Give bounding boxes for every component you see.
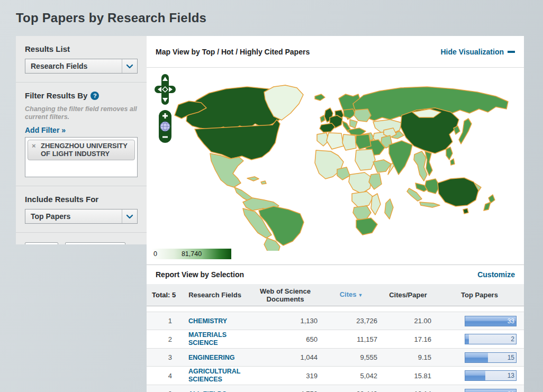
row-rank: 2 bbox=[147, 335, 180, 343]
country-libya[interactable] bbox=[342, 134, 356, 150]
main-panel: Map View by Top / Hot / Highly Cited Pap… bbox=[147, 36, 524, 392]
country-central-europe[interactable] bbox=[343, 109, 355, 118]
country-new-zealand-north[interactable] bbox=[488, 195, 495, 203]
top-papers-bar-value: 2 bbox=[511, 335, 514, 343]
filter-heading: Filter Results By bbox=[25, 91, 87, 100]
include-results-section: Include Results For Top Papers bbox=[16, 186, 147, 233]
wos-documents-value: 650 bbox=[249, 335, 321, 343]
report-rows: 1 CHEMISTRY 1,130 23,726 21.00 33 2 MATE… bbox=[147, 312, 524, 392]
hide-visualization-link[interactable]: Hide Visualization bbox=[440, 48, 515, 56]
top-papers-bar: 81 bbox=[465, 389, 517, 392]
row-rank: 4 bbox=[147, 372, 180, 380]
map-zoom-control[interactable] bbox=[159, 110, 171, 143]
include-results-heading: Include Results For bbox=[25, 195, 138, 204]
table-row: 3 ENGINEERING 1,044 9,555 9.15 15 bbox=[147, 348, 524, 366]
row-rank: 0 bbox=[147, 390, 180, 392]
column-cites-per-paper: Cites/Paper bbox=[381, 289, 435, 301]
country-ireland[interactable] bbox=[320, 115, 325, 122]
country-balkans[interactable] bbox=[350, 120, 357, 128]
country-madagascar[interactable] bbox=[385, 199, 393, 219]
country-kenya-tanzania[interactable] bbox=[369, 174, 382, 189]
country-java[interactable] bbox=[420, 202, 440, 207]
actions-section: Clear Save Criteria bbox=[16, 233, 147, 244]
cites-value: 23,726 bbox=[321, 317, 381, 325]
cites-per-paper-value: 17.16 bbox=[381, 335, 435, 343]
include-results-selected: Top Papers bbox=[25, 209, 122, 223]
chevron-down-icon bbox=[122, 209, 137, 223]
country-cuba[interactable] bbox=[247, 177, 259, 181]
column-top-papers: Top Papers bbox=[435, 289, 524, 301]
country-algeria[interactable] bbox=[327, 133, 343, 149]
remove-filter-icon[interactable]: × bbox=[32, 142, 36, 150]
map-header: Map View by Top / Hot / Highly Cited Pap… bbox=[147, 36, 524, 68]
country-sumatra[interactable] bbox=[407, 188, 422, 201]
results-list-section: Results List Research Fields bbox=[16, 36, 147, 83]
results-list-dropdown[interactable]: Research Fields bbox=[25, 59, 138, 74]
cites-per-paper-value: 13.14 bbox=[381, 390, 435, 392]
save-criteria-button[interactable]: Save Criteria bbox=[65, 242, 125, 244]
country-spain[interactable] bbox=[320, 123, 335, 132]
world-choropleth-map bbox=[147, 71, 524, 251]
country-australia[interactable] bbox=[438, 178, 478, 206]
top-papers-bar-value: 81 bbox=[508, 390, 514, 392]
filter-note: Changing the filter field removes all cu… bbox=[25, 105, 138, 121]
country-hispaniola[interactable] bbox=[261, 181, 266, 184]
country-tasmania[interactable] bbox=[463, 208, 468, 214]
cites-value: 5,042 bbox=[321, 372, 381, 380]
active-filters-box: × ZHENGZHOU UNIVERSITY OF LIGHT INDUSTRY bbox=[25, 137, 138, 177]
cites-per-paper-value: 21.00 bbox=[381, 317, 435, 325]
country-nigeria[interactable] bbox=[337, 167, 350, 180]
research-field-link[interactable]: AGRICULTURAL SCIENCES bbox=[188, 368, 249, 384]
country-south-korea[interactable] bbox=[454, 126, 460, 134]
country-mexico[interactable] bbox=[210, 153, 243, 187]
filter-section: Filter Results By ? Changing the filter … bbox=[16, 83, 147, 186]
criteria-sidebar: Results List Research Fields Filter Resu… bbox=[16, 36, 147, 244]
country-india[interactable] bbox=[389, 141, 412, 175]
filter-chip[interactable]: × ZHENGZHOU UNIVERSITY OF LIGHT INDUSTRY bbox=[28, 140, 135, 160]
table-row: 1 CHEMISTRY 1,130 23,726 21.00 33 bbox=[147, 312, 524, 330]
country-ethiopia[interactable] bbox=[373, 160, 391, 172]
country-south-africa[interactable] bbox=[356, 218, 377, 235]
total-count-label: Total: 5 bbox=[147, 289, 180, 301]
clear-button[interactable]: Clear bbox=[25, 242, 58, 244]
cites-per-paper-value: 15.81 bbox=[381, 372, 435, 380]
row-rank: 1 bbox=[147, 317, 180, 325]
country-myanmar-thailand[interactable] bbox=[414, 151, 427, 181]
country-namibia-botswana[interactable] bbox=[353, 206, 371, 220]
research-field-link[interactable]: MATERIALS SCIENCE bbox=[188, 331, 249, 347]
add-filter-link[interactable]: Add Filter » bbox=[25, 126, 66, 134]
country-japan[interactable] bbox=[459, 118, 472, 144]
country-congo-basin[interactable] bbox=[349, 172, 372, 194]
filter-chip-label: ZHENGZHOU UNIVERSITY OF LIGHT INDUSTRY bbox=[41, 142, 128, 158]
country-eastern-europe[interactable] bbox=[354, 109, 371, 122]
top-papers-bar: 33 bbox=[465, 316, 517, 326]
column-research-fields: Research Fields bbox=[180, 289, 249, 301]
country-new-zealand-south[interactable] bbox=[484, 202, 491, 211]
country-iceland[interactable] bbox=[315, 94, 325, 101]
results-list-heading: Results List bbox=[25, 44, 138, 53]
help-icon[interactable]: ? bbox=[91, 92, 99, 100]
research-field-link[interactable]: CHEMISTRY bbox=[188, 317, 227, 325]
map-pan-control[interactable] bbox=[155, 74, 176, 105]
column-wos-documents: Web of Science Documents bbox=[249, 285, 321, 305]
content-layout: Results List Research Fields Filter Resu… bbox=[16, 36, 524, 392]
country-borneo[interactable] bbox=[425, 179, 440, 194]
wos-documents-value: 4,752 bbox=[249, 390, 321, 392]
cites-per-paper-value: 9.15 bbox=[381, 353, 435, 361]
customize-link[interactable]: Customize bbox=[477, 270, 515, 279]
include-results-dropdown[interactable]: Top Papers bbox=[25, 209, 138, 224]
legend-min-value: 0 bbox=[153, 250, 157, 258]
top-papers-bar: 13 bbox=[465, 370, 517, 381]
map-visualization: 0 81,740 bbox=[147, 68, 524, 265]
top-papers-bar-fill bbox=[465, 334, 469, 344]
country-angola-zambia[interactable] bbox=[352, 192, 373, 207]
table-row: 0 ALL FIELDS 4,752 62,449 13.14 81 bbox=[147, 385, 524, 392]
wos-documents-value: 319 bbox=[249, 372, 321, 380]
country-mozambique[interactable] bbox=[371, 194, 381, 215]
country-egypt[interactable] bbox=[356, 134, 371, 149]
research-field-link[interactable]: ALL FIELDS bbox=[188, 390, 227, 392]
country-philippines[interactable] bbox=[446, 147, 455, 165]
country-sudan-chad[interactable] bbox=[355, 149, 375, 170]
research-field-link[interactable]: ENGINEERING bbox=[188, 354, 235, 362]
column-cites-sort[interactable]: Cites▼ bbox=[340, 290, 363, 298]
